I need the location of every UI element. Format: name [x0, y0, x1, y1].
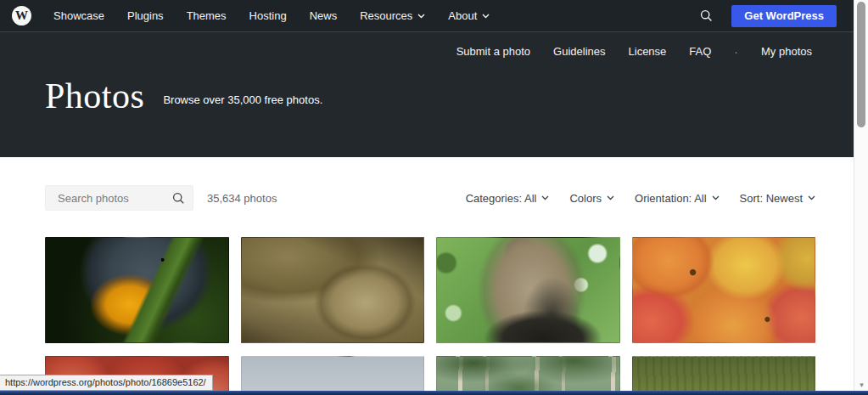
photo-card-mangoes[interactable] [632, 237, 816, 343]
filter-sort[interactable]: Sort: Newest [740, 192, 815, 205]
wordpress-photos-page: W Showcase Plugins Themes Hosting News R… [0, 0, 868, 395]
nav-item-about[interactable]: About [448, 9, 490, 22]
global-nav-items: Showcase Plugins Themes Hosting News Res… [53, 9, 490, 22]
search-icon[interactable] [700, 9, 713, 22]
browser-viewport: W Showcase Plugins Themes Hosting News R… [0, 0, 854, 395]
hero-row: Photos Browse over 35,000 free photos. [0, 58, 854, 116]
toolbar: 35,634 photos Categories: All Colors Ori… [45, 185, 815, 211]
chevron-down-icon [808, 195, 815, 200]
photo-card-field[interactable] [632, 356, 816, 395]
filters: Categories: All Colors Orientation: All … [466, 192, 815, 205]
scrollbar[interactable]: ▾ [854, 0, 868, 395]
photo-card-forest[interactable] [436, 356, 620, 395]
nav-item-resources[interactable]: Resources [360, 9, 425, 22]
wordpress-logo-icon[interactable]: W [12, 6, 31, 25]
global-nav-right: Get WordPress [700, 5, 837, 27]
filter-colors[interactable]: Colors [569, 192, 614, 205]
window-bottom-edge [0, 391, 868, 395]
search-box [45, 185, 193, 211]
filter-orientation[interactable]: Orientation: All [635, 192, 720, 205]
photo-card-mountains[interactable] [241, 356, 425, 395]
nav-item-hosting[interactable]: Hosting [249, 9, 287, 22]
subnav-faq[interactable]: FAQ [689, 45, 711, 58]
get-wordpress-button[interactable]: Get WordPress [731, 5, 837, 27]
subnav-submit-a-photo[interactable]: Submit a photo [456, 45, 530, 58]
subnav-guidelines[interactable]: Guidelines [553, 45, 605, 58]
photo-card-tortoise[interactable] [241, 237, 425, 343]
photo-card-bird[interactable] [45, 237, 229, 343]
nav-item-showcase[interactable]: Showcase [53, 9, 104, 22]
subnav-license[interactable]: License [629, 45, 667, 58]
global-nav: W Showcase Plugins Themes Hosting News R… [0, 0, 854, 32]
search-input[interactable] [46, 186, 165, 210]
chevron-down-icon [712, 195, 720, 200]
nav-separator-dot: · [734, 46, 738, 58]
chevron-down-icon [607, 195, 614, 200]
photo-grid [45, 237, 815, 395]
nav-item-themes[interactable]: Themes [187, 9, 227, 22]
scrollbar-thumb[interactable] [857, 2, 865, 127]
photo-card-monkey[interactable] [436, 237, 620, 343]
photos-subnav: Submit a photo Guidelines License FAQ · … [0, 32, 854, 58]
photo-count: 35,634 photos [207, 192, 277, 205]
chevron-down-icon [417, 14, 425, 19]
main-content: 35,634 photos Categories: All Colors Ori… [0, 185, 854, 395]
subnav-my-photos[interactable]: My photos [761, 45, 812, 58]
page-title: Photos [45, 76, 144, 116]
filter-categories[interactable]: Categories: All [466, 192, 550, 205]
nav-item-plugins[interactable]: Plugins [127, 9, 164, 22]
hero-section: Submit a photo Guidelines License FAQ · … [0, 32, 854, 157]
link-status-bar: https://wordpress.org/photos/photo/16869… [0, 375, 213, 391]
scrollbar-down-arrow-icon[interactable]: ▾ [854, 381, 868, 389]
chevron-down-icon [541, 195, 549, 200]
nav-item-news[interactable]: News [310, 9, 338, 22]
search-submit-icon[interactable] [172, 192, 185, 205]
chevron-down-icon [482, 14, 490, 19]
hero-tagline: Browse over 35,000 free photos. [163, 93, 322, 106]
